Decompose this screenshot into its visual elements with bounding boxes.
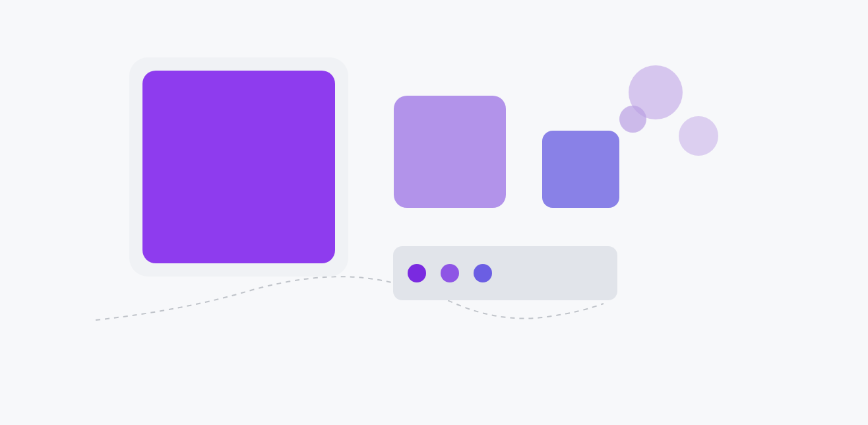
swatch-dot-violet <box>441 264 459 282</box>
large-purple-square <box>142 71 335 263</box>
decorative-circle-small <box>619 106 646 133</box>
color-swatch-bar <box>393 246 617 300</box>
large-square-frame <box>129 57 348 277</box>
medium-lavender-square <box>394 96 506 208</box>
decorative-circle-medium <box>679 116 718 156</box>
swatch-dot-purple <box>408 264 426 282</box>
swatch-dot-indigo <box>474 264 492 282</box>
small-periwinkle-square <box>542 131 619 208</box>
